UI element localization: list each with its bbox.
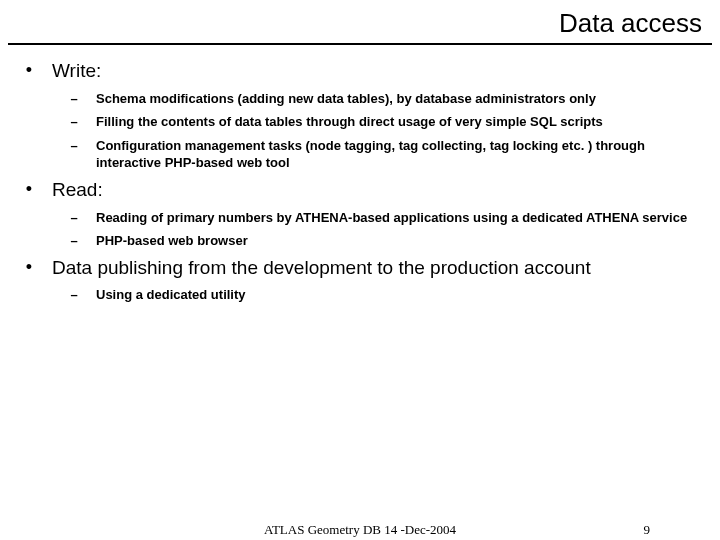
dash-icon: – — [52, 286, 96, 304]
list-item-text: Schema modifications (adding new data ta… — [96, 90, 602, 108]
dash-icon: – — [52, 209, 96, 227]
section-heading-text: Data publishing from the development to … — [52, 256, 591, 281]
section-heading: • Read: — [6, 178, 714, 203]
bullet-icon: • — [6, 256, 52, 279]
list-item-text: Filling the contents of data tables thro… — [96, 113, 609, 131]
list-item-text: Reading of primary numbers by ATHENA-bas… — [96, 209, 693, 227]
dash-icon: – — [52, 232, 96, 250]
dash-icon: – — [52, 137, 96, 155]
list-item: – Schema modifications (adding new data … — [6, 90, 714, 108]
list-item-text: PHP-based web browser — [96, 232, 254, 250]
title-divider — [8, 43, 712, 45]
list-item: – PHP-based web browser — [6, 232, 714, 250]
list-item: – Reading of primary numbers by ATHENA-b… — [6, 209, 714, 227]
section-heading-text: Write: — [52, 59, 101, 84]
slide-title: Data access — [0, 0, 720, 43]
bullet-icon: • — [6, 178, 52, 201]
footer-text: ATLAS Geometry DB 14 -Dec-2004 — [264, 522, 456, 538]
slide-content: • Write: – Schema modifications (adding … — [0, 59, 720, 304]
list-item: – Using a dedicated utility — [6, 286, 714, 304]
dash-icon: – — [52, 113, 96, 131]
section-heading-text: Read: — [52, 178, 103, 203]
page-number: 9 — [644, 522, 651, 538]
dash-icon: – — [52, 90, 96, 108]
bullet-icon: • — [6, 59, 52, 82]
section-heading: • Data publishing from the development t… — [6, 256, 714, 281]
list-item-text: Configuration management tasks (node tag… — [96, 137, 714, 172]
list-item: – Configuration management tasks (node t… — [6, 137, 714, 172]
section-heading: • Write: — [6, 59, 714, 84]
list-item: – Filling the contents of data tables th… — [6, 113, 714, 131]
list-item-text: Using a dedicated utility — [96, 286, 252, 304]
